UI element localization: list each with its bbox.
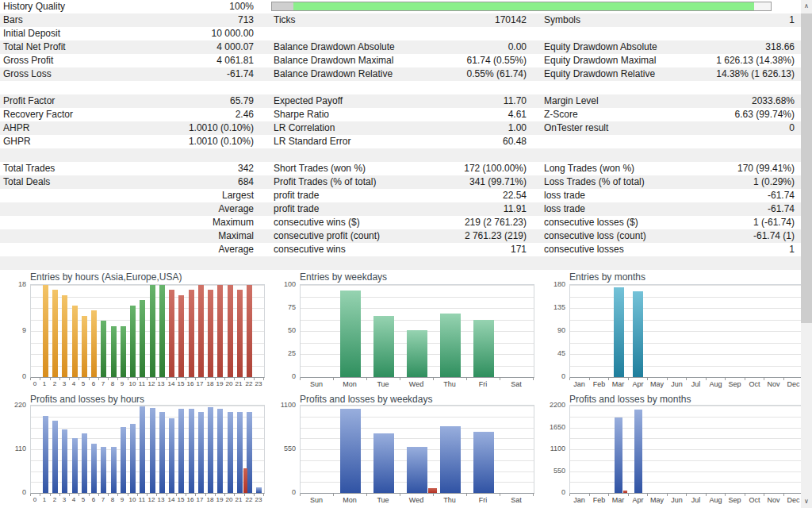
x-axis-label: Mon	[333, 496, 366, 504]
stat-label: loss trade	[541, 202, 768, 216]
x-axis-label: Oct	[745, 496, 764, 504]
stat-label: Ticks	[270, 13, 495, 27]
x-axis-label: 15	[176, 380, 186, 387]
stat-label: Balance Drawdown Relative	[270, 67, 467, 81]
stat-label	[270, 256, 527, 270]
stat-label: Gross Loss	[0, 67, 227, 81]
stat-label	[541, 256, 795, 270]
chart-plot-area	[30, 405, 265, 494]
stat-value: Largest	[222, 189, 270, 202]
stat-value	[254, 81, 270, 94]
y-axis-label: 50	[276, 326, 296, 334]
loss-bar-Mar	[623, 491, 627, 493]
scrollbar-thumb[interactable]	[801, 13, 812, 323]
stat-value: 318.66	[765, 40, 801, 54]
x-axis-label: Fri	[466, 496, 500, 504]
scroll-down-icon[interactable]: ∨	[801, 495, 812, 508]
chart-plot-area	[569, 284, 804, 378]
x-axis-label: 10	[128, 380, 137, 387]
stat-value: 0	[789, 121, 801, 135]
stat-value: 713	[238, 13, 270, 27]
stat-label	[541, 27, 795, 40]
stat-value: 0.00	[508, 40, 541, 54]
bar-Apr	[633, 291, 643, 377]
stat-row: Recovery Factor2.46Sharpe Ratio4.61Z-Sco…	[0, 108, 801, 121]
x-axis-label: Nov	[764, 380, 783, 388]
x-axis-label: 11	[137, 496, 147, 503]
x-axis-label: Sun	[300, 380, 333, 388]
gridline	[301, 438, 534, 439]
stat-value: 341 (99.71%)	[469, 175, 541, 189]
x-axis-label: Mon	[333, 380, 366, 388]
stat-row	[0, 148, 801, 162]
x-axis-tick	[533, 378, 534, 380]
bar-20	[228, 285, 233, 377]
stat-value	[795, 256, 801, 270]
stat-row: AHPR1.0010 (0.10%)LR Correlation1.00OnTe…	[0, 121, 801, 135]
stat-value	[795, 135, 801, 148]
stat-label	[0, 148, 254, 162]
bar-8	[111, 326, 117, 377]
bar-1	[43, 416, 48, 493]
x-axis-label: Sun	[300, 496, 333, 504]
x-axis-label: Jun	[667, 496, 687, 504]
x-axis-label: 8	[108, 496, 117, 503]
bar-7	[101, 447, 106, 493]
chart-profits-losses-by-months: Profits and losses by months055011001650…	[546, 393, 809, 506]
x-axis-label: 13	[156, 380, 166, 387]
x-axis-label: 17	[195, 380, 205, 387]
stat-label	[0, 81, 254, 94]
stat-label: Short Trades (won %)	[270, 162, 464, 175]
x-axis-label: 0	[30, 496, 40, 503]
stat-value: 2 761.23 (219)	[465, 229, 541, 243]
bar-3	[62, 295, 67, 377]
x-axis-label: Apr	[628, 380, 648, 388]
vertical-scrollbar[interactable]: ∧ ∨	[801, 0, 812, 508]
x-axis-label: May	[647, 380, 667, 388]
x-axis-label: 16	[186, 496, 195, 503]
x-axis-label: 9	[117, 380, 127, 387]
bar-Wed	[407, 447, 427, 493]
stat-label: Z-Score	[541, 108, 735, 121]
x-axis-label: 10	[128, 496, 137, 503]
gridline	[570, 438, 803, 439]
gridline	[570, 482, 803, 483]
gridline	[570, 406, 803, 406]
stat-label: LR Standard Error	[270, 135, 503, 148]
chart-plot-area	[30, 284, 265, 378]
x-axis-label: 9	[117, 496, 127, 503]
x-axis-label: Jan	[569, 380, 589, 388]
stat-value: 1.0010 (0.10%)	[189, 135, 270, 148]
stat-value: -61.74	[768, 202, 801, 216]
bar-17	[198, 412, 204, 493]
stat-label: consecutive losses	[541, 243, 789, 256]
bar-10	[130, 424, 136, 493]
chart-profits-losses-by-weekdays: Profits and losses by weekdays05501100Su…	[276, 393, 539, 506]
x-axis-label: Feb	[589, 380, 609, 388]
gridline	[301, 308, 534, 309]
stat-value: 61.74 (0.55%)	[467, 54, 541, 67]
x-axis-tick	[533, 494, 534, 496]
bar-11	[140, 406, 145, 493]
x-axis-label: Sat	[500, 380, 533, 388]
bar-18	[208, 290, 213, 377]
chart-title: Entries by months	[569, 271, 645, 283]
x-axis-label: 7	[98, 380, 108, 387]
bar-19	[217, 409, 223, 493]
x-axis-label: Mar	[608, 380, 628, 388]
x-axis-label: Jun	[667, 380, 687, 388]
bar-Wed	[407, 330, 427, 377]
scroll-up-icon[interactable]: ∧	[801, 0, 812, 13]
stat-row: Maximalconsecutive profit (count)2 761.2…	[0, 229, 801, 243]
bar-22	[247, 285, 252, 377]
stat-value: 6.63 (99.74%)	[735, 108, 801, 121]
y-axis-label: 0	[6, 372, 26, 380]
stat-row: Averageconsecutive wins171consecutive lo…	[0, 243, 801, 256]
stat-label: Loss Trades (% of total)	[541, 175, 753, 189]
gridline	[570, 471, 803, 472]
y-axis-label: 110	[6, 444, 26, 452]
bar-22	[247, 412, 252, 493]
y-axis-label: 1650	[546, 423, 565, 431]
bar-12	[150, 285, 155, 377]
x-axis-label: 21	[234, 380, 243, 387]
